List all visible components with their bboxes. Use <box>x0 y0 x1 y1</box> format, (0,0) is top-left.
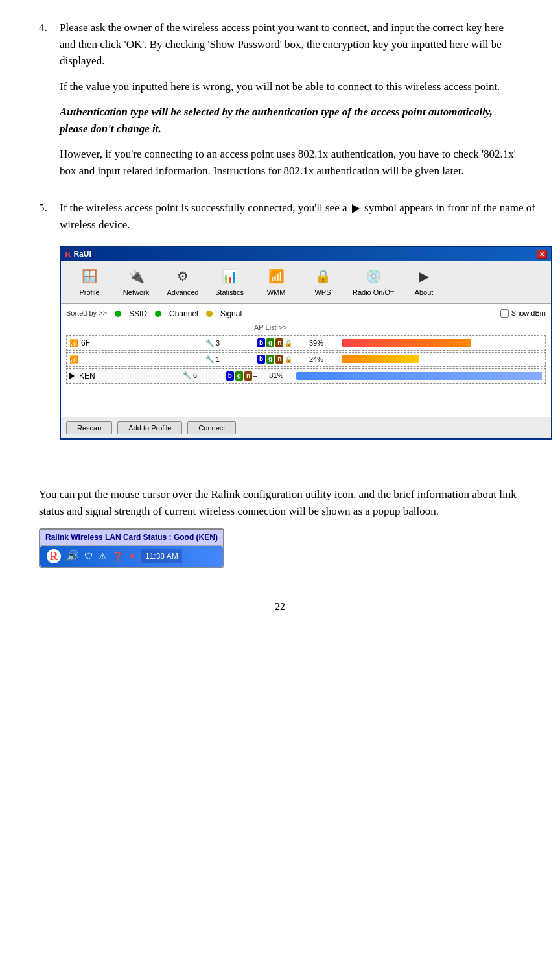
tab-profile[interactable]: 🪟 Profile <box>66 264 113 301</box>
signal-bar-icon-6f <box>342 339 471 347</box>
network-icon: 🔌 <box>128 266 145 286</box>
tab-about[interactable]: ▶ About <box>401 264 447 301</box>
channel-icon-2: 🔧 <box>205 354 215 365</box>
ap-bar-2 <box>342 355 542 363</box>
time-display: 11:38 AM <box>141 549 182 563</box>
list-item-4: 4. Please ask the owner of the wireless … <box>39 19 521 188</box>
channel-dot-icon <box>155 311 161 317</box>
ssid-dot-icon <box>115 311 121 317</box>
channel-icon-6f: 🔧 <box>205 338 215 349</box>
balloon-container: Ralink Wireless LAN Card Status : Good (… <box>39 528 521 573</box>
add-to-profile-button[interactable]: Add to Profile <box>117 421 182 434</box>
wifi-icon-6f: 📶 <box>69 338 78 349</box>
ap-channel-text-2: 1 <box>216 354 220 365</box>
tab-profile-label: Profile <box>79 287 99 298</box>
ap-channel-text-6f: 3 <box>216 338 220 349</box>
ap-bar-ken <box>296 372 542 380</box>
bottom-section: You can put the mouse cursor over the Ra… <box>39 486 521 573</box>
warning-icon: ⚠ <box>99 550 107 563</box>
tab-advanced[interactable]: ⚙ Advanced <box>159 264 206 301</box>
radio-icon: 💿 <box>366 266 382 286</box>
ap-channel-2: 🔧 1 <box>205 354 257 365</box>
show-dbm-container: Show dBm <box>500 308 546 319</box>
wmm-icon: 📶 <box>268 266 285 286</box>
ap-pct-ken: 81% <box>269 370 296 381</box>
item-4-para-2: If the value you inputted here is wrong,… <box>60 78 521 95</box>
badge-g-6f: g <box>266 338 274 347</box>
item-5-content: If the wireless access point is successf… <box>60 200 552 455</box>
item-number-4: 4. <box>39 19 54 188</box>
balloon-title: Ralink Wireless LAN Card Status : Good (… <box>40 530 223 546</box>
raui-toolbar: 🪟 Profile 🔌 Network ⚙ Advanced 📊 <box>61 261 551 304</box>
badge-b-ken: b <box>226 371 234 381</box>
wifi-icon-2: 📶 <box>69 354 78 365</box>
ap-channel-text-ken: 6 <box>193 370 197 381</box>
ap-pct-6f: 39% <box>309 338 342 349</box>
connect-button[interactable]: Connect <box>187 421 236 434</box>
balloon-taskbar: R 🔊 🛡 ⚠ ❓ ✕ 11:38 AM <box>40 546 223 567</box>
item-5-text: If the wireless access point is successf… <box>60 200 552 233</box>
raui-body: Sorted by >> SSID Channel Signal <box>61 304 551 417</box>
raui-title: RaUI <box>73 248 91 260</box>
item-number-5: 5. <box>39 200 54 471</box>
tab-wmm[interactable]: 📶 WMM <box>253 264 299 301</box>
badge-g-ken: g <box>235 371 243 381</box>
badge-n-6f: n <box>275 338 283 347</box>
rescan-button[interactable]: Rescan <box>66 421 112 434</box>
signal-bar-icon-ken <box>296 372 542 380</box>
item-4-para-1: Please ask the owner of the wireless acc… <box>60 19 521 69</box>
tab-network[interactable]: 🔌 Network <box>113 264 159 301</box>
ap-channel-ken: 🔧 6 <box>183 370 226 381</box>
ap-ssid-ken: KEN <box>69 370 183 382</box>
show-dbm-checkbox[interactable] <box>500 309 509 318</box>
arrow-triangle-icon <box>352 204 360 213</box>
sort-label: Sorted by >> <box>66 308 107 319</box>
question-icon: ❓ <box>112 550 123 563</box>
channel-icon-ken: 🔧 <box>183 370 192 381</box>
tab-wmm-label: WMM <box>267 287 286 298</box>
badge-g-2: g <box>266 355 274 364</box>
item-4-para-4: However, if you're connecting to an acce… <box>60 146 521 179</box>
tab-network-label: Network <box>123 287 149 298</box>
ap-badges-ken: b g n – <box>226 371 270 381</box>
ap-row-2[interactable]: 📶 🔧 1 b g <box>66 352 546 367</box>
raui-logo-icon: R <box>65 248 71 261</box>
filter-row: Sorted by >> SSID Channel Signal <box>66 308 546 320</box>
channel-column-header: Channel <box>169 308 198 320</box>
lock-icon-2: 🔒 <box>285 355 292 364</box>
badge-b-6f: b <box>257 338 265 347</box>
tab-advanced-label: Advanced <box>167 287 199 298</box>
bottom-para: You can put the mouse cursor over the Ra… <box>39 486 521 519</box>
raui-titlebar: R RaUI ✕ <box>61 247 551 261</box>
about-icon: ▶ <box>419 266 429 286</box>
taskbar-icons: 🔊 <box>66 548 79 564</box>
close-button[interactable]: ✕ <box>537 250 547 259</box>
ap-badges-2: b g n 🔒 <box>257 355 309 364</box>
raui-main-content: Sorted by >> SSID Channel Signal <box>61 304 551 439</box>
ap-bar-6f <box>342 339 542 347</box>
ssid-column-header: SSID <box>129 308 147 320</box>
titlebar-left: R RaUI <box>65 248 91 261</box>
badge-b-2: b <box>257 355 265 364</box>
tab-radio-label: Radio On/Off <box>353 287 394 298</box>
profile-icon: 🪟 <box>82 266 98 286</box>
tab-statistics[interactable]: 📊 Statistics <box>206 264 253 301</box>
cross-icon: ✕ <box>128 550 136 563</box>
tab-about-label: About <box>415 287 434 298</box>
tab-statistics-label: Statistics <box>215 287 244 298</box>
r-logo-icon: R <box>47 549 61 563</box>
advanced-icon: ⚙ <box>177 266 189 286</box>
tab-wps[interactable]: 🔒 WPS <box>299 264 346 301</box>
ap-badges-6f: b g n 🔒 <box>257 338 309 348</box>
page-content: 4. Please ask the owner of the wireless … <box>39 19 521 615</box>
lock-icon-ken: – <box>253 371 257 381</box>
badge-n-ken: n <box>244 371 252 381</box>
ap-row-6f[interactable]: 📶 6F 🔧 3 b g <box>66 335 546 351</box>
show-dbm-label: Show dBm <box>511 308 546 319</box>
ap-ssid-text-ken: KEN <box>79 370 95 382</box>
instructions-list: 4. Please ask the owner of the wireless … <box>39 19 521 471</box>
raui-footer: Rescan Add to Profile Connect <box>61 417 551 438</box>
ap-row-ken[interactable]: KEN 🔧 6 b g n <box>66 368 546 384</box>
signal-dot-icon <box>206 311 213 317</box>
tab-radio[interactable]: 💿 Radio On/Off <box>346 264 401 301</box>
